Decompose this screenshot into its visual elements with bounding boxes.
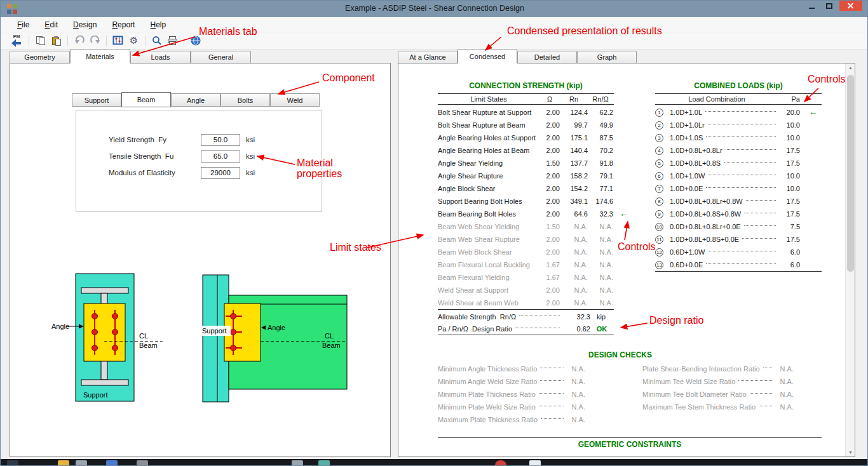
start-button[interactable] xyxy=(7,460,18,466)
app-window: Example - ASDIP Steel - Shear Connection… xyxy=(0,0,868,466)
load-combination-row: 4 1.0D+0.8L+0.8Lr 17.5 ← xyxy=(655,144,800,157)
diagram-beam-side: Support Angle CL Beam xyxy=(200,275,347,402)
menu-item[interactable]: Edit xyxy=(37,18,65,31)
toolbar-separator xyxy=(67,36,68,46)
material-field-row: Yield Strength Fy 50.0 ksi xyxy=(109,131,299,148)
toolbar: PM ⚙ xyxy=(1,32,868,50)
taskbar-icon[interactable] xyxy=(318,460,330,466)
redo-button[interactable] xyxy=(88,34,102,48)
rn-value: 99.7 xyxy=(560,121,588,129)
rn-value: 349.1 xyxy=(560,197,588,205)
menubar: FileEditDesignReportHelp xyxy=(1,17,868,32)
component-button[interactable]: Angle xyxy=(171,93,220,107)
field-input[interactable]: 50.0 xyxy=(201,134,240,146)
rn-value: 124.4 xyxy=(560,109,588,116)
field-input[interactable]: 65.0 xyxy=(201,150,240,163)
left-tab[interactable]: General xyxy=(191,51,251,63)
rn-omega-value: 32.3 xyxy=(588,210,613,218)
limit-state-name: Angle Bearing Holes at Beam xyxy=(438,147,539,154)
component-button[interactable]: Weld xyxy=(270,93,320,107)
rn-omega-value: N.A. xyxy=(588,286,613,294)
diagram-support-face: Angle CL Beam Support xyxy=(51,274,163,401)
combination-number: 9 xyxy=(655,210,663,218)
left-tab[interactable]: Loads xyxy=(130,51,191,63)
gear-icon: ⚙ xyxy=(130,35,138,46)
combination-number: 3 xyxy=(655,134,663,142)
pa-value: 17.5 xyxy=(778,210,800,218)
field-input[interactable]: 29000 xyxy=(201,167,240,179)
allowable-strength-row: Allowable Strength Rn/Ω 32.3 kip xyxy=(438,310,613,323)
strength-row: Beam Flexural Yielding 1.67 N.A. N.A. ← xyxy=(438,271,613,284)
results-tab[interactable]: Detailed xyxy=(517,51,577,63)
combination-number: 5 xyxy=(655,159,663,168)
pm-tool-button[interactable]: PM xyxy=(8,33,25,49)
left-tab[interactable]: Materials xyxy=(70,49,130,63)
rn-omega-value: N.A. xyxy=(588,261,613,269)
dot-leader xyxy=(744,213,776,213)
component-button[interactable]: Support xyxy=(72,93,121,107)
component-button[interactable]: Bolts xyxy=(220,93,270,107)
strength-row: Angle Bearing Holes at Support 2.00 175.… xyxy=(438,131,613,144)
left-tab[interactable]: Geometry xyxy=(10,51,70,63)
copy-button[interactable] xyxy=(33,34,48,48)
combination-number: 6 xyxy=(655,172,663,180)
print-button[interactable] xyxy=(165,34,180,48)
taskbar-icon[interactable] xyxy=(106,460,118,466)
taskbar-icon[interactable] xyxy=(292,460,303,466)
taskbar-icon[interactable] xyxy=(58,460,69,466)
limit-state-name: Beam Web Shear Rupture xyxy=(438,236,539,243)
field-label: Tensile Strength Fu xyxy=(109,152,201,160)
strength-row: Angle Shear Rupture 2.00 158.2 79.1 ← xyxy=(438,170,613,182)
zoom-button[interactable] xyxy=(149,34,164,48)
results-tab[interactable]: At a Glance xyxy=(398,51,458,63)
combination-number: 4 xyxy=(655,147,663,155)
menu-item[interactable]: Design xyxy=(65,18,104,31)
dot-leader xyxy=(746,200,776,201)
omega-value: 1.67 xyxy=(539,261,560,269)
maximize-button[interactable] xyxy=(820,1,838,11)
menu-item[interactable]: File xyxy=(10,18,37,31)
rn-omega-value: N.A. xyxy=(588,248,613,256)
undo-button[interactable] xyxy=(72,34,86,48)
close-button[interactable] xyxy=(839,1,862,11)
settings-button[interactable]: ⚙ xyxy=(126,34,141,48)
taskbar-icon[interactable] xyxy=(529,460,541,466)
pm-label: PM xyxy=(13,34,20,39)
dot-leader xyxy=(724,162,776,163)
load-combination-row: 13 0.6D+0.0E 6.0 ← xyxy=(655,258,800,271)
component-button[interactable]: Beam xyxy=(121,92,171,107)
limit-state-name: Angle Shear Yielding xyxy=(438,159,539,167)
rn-value: 154.2 xyxy=(560,185,588,192)
dot-leader xyxy=(539,406,564,406)
results-tab[interactable]: Graph xyxy=(577,51,637,63)
minimize-button[interactable] xyxy=(803,1,820,11)
results-scrollbar[interactable]: ▲ ▼ xyxy=(845,63,855,456)
taskbar-icon[interactable] xyxy=(76,460,87,466)
design-check-row: Maximum Plate Thickness Ratio N.A. xyxy=(438,413,585,426)
rn-value: N.A. xyxy=(560,299,588,307)
dot-leader xyxy=(708,124,776,124)
dot-leader xyxy=(742,238,776,239)
loads-title: COMBINED LOADS (kip) xyxy=(655,81,822,90)
divider-line xyxy=(655,271,822,272)
menu-item[interactable]: Help xyxy=(142,18,173,31)
menu-item[interactable]: Report xyxy=(104,18,142,31)
scroll-up-icon[interactable]: ▲ xyxy=(846,65,855,70)
diagram1-cl-label: CL xyxy=(139,332,148,340)
strength-header: Limit States Ω Rn Rn/Ω xyxy=(438,94,613,104)
field-label: Yield Strength Fy xyxy=(109,136,201,143)
strength-row: Weld Shear at Beam Web 2.00 N.A. N.A. ← xyxy=(438,296,613,309)
design-check-row: Minimum Plate Weld Size Ratio N.A. xyxy=(438,401,585,413)
strength-row: Bolt Shear Rupture at Support 2.00 124.4… xyxy=(438,106,613,119)
dot-leader xyxy=(708,251,776,251)
taskbar-icon[interactable] xyxy=(495,460,506,466)
scrollbar-thumb[interactable] xyxy=(847,75,854,272)
results-tab[interactable]: Condensed xyxy=(458,49,517,63)
limit-state-name: Bolt Shear Rupture at Support xyxy=(438,109,539,116)
field-unit: ksi xyxy=(246,169,255,176)
scroll-down-icon[interactable]: ▼ xyxy=(846,450,855,455)
paste-button[interactable] xyxy=(49,34,64,48)
taskbar-icon[interactable] xyxy=(137,460,148,466)
combination-formula: 1.0D+0.8L+0.8Lr xyxy=(670,147,722,154)
design-tool-button[interactable] xyxy=(111,34,125,48)
